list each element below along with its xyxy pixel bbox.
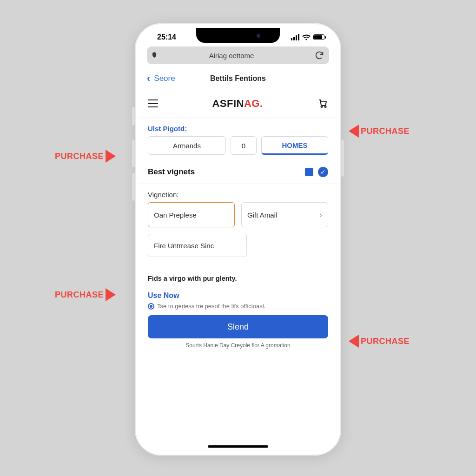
checkmark-circle-icon[interactable]: ✓ xyxy=(318,167,328,177)
back-chevron-icon[interactable]: ‹ xyxy=(147,73,150,85)
arrow-right-icon xyxy=(106,150,116,163)
app-header: ASFINAG. xyxy=(139,89,337,118)
section-label: Ulst Pigotd: xyxy=(139,118,337,136)
brand-part1: ASFIN xyxy=(212,98,244,109)
callout-label: PURCHASE xyxy=(361,126,410,136)
option-gift-amail[interactable]: Gift Amail › xyxy=(241,202,328,227)
brand-dot: . xyxy=(260,98,263,109)
vignetion-label: Vignetion: xyxy=(139,184,337,202)
use-now-title[interactable]: Use Now xyxy=(139,291,337,301)
submit-button[interactable]: Slend xyxy=(148,315,328,338)
segment-count[interactable]: 0 xyxy=(231,136,257,155)
best-vignets-title: Best vignets xyxy=(148,167,195,177)
browser-url-bar[interactable]: Airiag oettome xyxy=(147,46,329,64)
option-fire-untrrease[interactable]: Fire Untrrease Sinc xyxy=(148,234,247,257)
arrow-left-icon xyxy=(349,335,359,348)
callout-purchase-2: PURCHASE xyxy=(349,125,410,138)
footer-text: Sourts Hanie Day Creyole flor A gromatio… xyxy=(139,338,337,349)
checkbox-square-icon[interactable] xyxy=(305,168,313,176)
content: Ulst Pigotd: Armands 0 HOMES Best vignet… xyxy=(139,118,337,451)
screen: 25:14 Airiag oettome ‹ Seore Bettils Fen… xyxy=(139,28,337,451)
callout-purchase-4: PURCHASE xyxy=(349,335,410,348)
phone-frame: 25:14 Airiag oettome ‹ Seore Bettils Fen… xyxy=(135,23,341,456)
signal-icon xyxy=(291,34,299,40)
segment-armands[interactable]: Armands xyxy=(148,136,226,155)
brand-part2: AG xyxy=(244,98,260,109)
arrow-left-icon xyxy=(349,125,359,138)
segmented-control: Armands 0 HOMES xyxy=(139,136,337,160)
radio-selected-icon xyxy=(148,303,154,310)
chevron-right-icon: › xyxy=(319,210,322,220)
segment-homes[interactable]: HOMES xyxy=(261,136,328,155)
cart-icon[interactable] xyxy=(317,98,328,109)
battery-icon xyxy=(313,34,324,40)
reload-icon[interactable] xyxy=(314,50,324,60)
callout-label: PURCHASE xyxy=(55,152,104,161)
menu-icon[interactable] xyxy=(148,99,158,108)
url-text: Airiag oettome xyxy=(152,52,311,60)
callout-purchase-3: PURCHASE xyxy=(55,288,116,301)
phone-power-button xyxy=(341,139,344,177)
notch xyxy=(196,28,280,43)
best-vignets-row: Best vignets ✓ xyxy=(139,160,337,184)
callout-label: PURCHASE xyxy=(55,290,104,300)
option-oan-preplese[interactable]: Oan Preplese xyxy=(148,202,235,227)
arrow-right-icon xyxy=(106,288,116,301)
callout-purchase-1: PURCHASE xyxy=(55,150,116,163)
use-now-option[interactable]: Tse to geriess tre pesof the lifs offici… xyxy=(139,301,337,315)
option-gift-amail-label: Gift Amail xyxy=(247,211,277,219)
brand-logo[interactable]: ASFINAG. xyxy=(212,98,263,110)
status-time: 25:14 xyxy=(157,33,176,41)
wifi-icon xyxy=(302,34,311,40)
hint-text: Fids a virgo with pur glenty. xyxy=(139,271,337,291)
page-nav: ‹ Seore Bettils Fentions xyxy=(139,68,337,89)
back-button[interactable]: Seore xyxy=(154,74,175,83)
callout-label: PURCHASE xyxy=(361,337,410,346)
home-indicator[interactable] xyxy=(208,445,268,448)
use-now-subtext: Tse to geriess tre pesof the lifs offici… xyxy=(157,303,265,310)
